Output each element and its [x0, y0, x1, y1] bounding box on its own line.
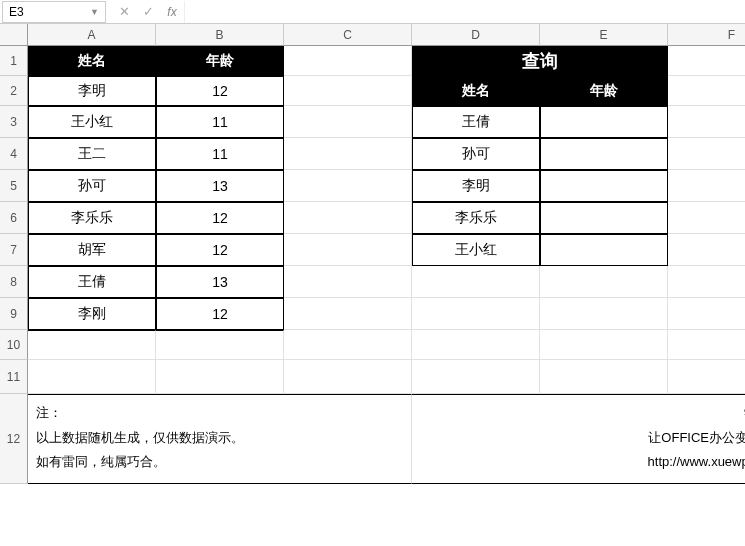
query-row-0-age[interactable]: [540, 106, 668, 138]
left-row-5-name[interactable]: 胡军: [28, 234, 156, 266]
cell-F7[interactable]: [668, 234, 745, 266]
row-header-10[interactable]: 10: [0, 330, 28, 360]
row-header-1[interactable]: 1: [0, 46, 28, 76]
col-header-A[interactable]: A: [28, 24, 156, 46]
cell-B11[interactable]: [156, 360, 284, 394]
cell-A10[interactable]: [28, 330, 156, 360]
cell-E8[interactable]: [540, 266, 668, 298]
spreadsheet-grid: A B C D E F 1 姓名 年龄 查询 2 李明 12 姓名 年龄 3 王…: [0, 24, 745, 484]
cell-F8[interactable]: [668, 266, 745, 298]
cell-C10[interactable]: [284, 330, 412, 360]
left-header-age[interactable]: 年龄: [156, 46, 284, 76]
cancel-icon[interactable]: ✕: [112, 1, 136, 23]
cell-D9[interactable]: [412, 298, 540, 330]
left-row-6-name[interactable]: 王倩: [28, 266, 156, 298]
left-row-2-age[interactable]: 11: [156, 138, 284, 170]
left-row-1-age[interactable]: 11: [156, 106, 284, 138]
cell-C2[interactable]: [284, 76, 412, 106]
col-header-C[interactable]: C: [284, 24, 412, 46]
note-right[interactable]: 学WPS 让OFFICE办公变得简单 http://www.xuewps.com…: [412, 394, 745, 484]
cell-C6[interactable]: [284, 202, 412, 234]
cell-C5[interactable]: [284, 170, 412, 202]
left-row-3-age[interactable]: 13: [156, 170, 284, 202]
query-row-2-name[interactable]: 李明: [412, 170, 540, 202]
cell-D8[interactable]: [412, 266, 540, 298]
left-row-6-age[interactable]: 13: [156, 266, 284, 298]
row-header-2[interactable]: 2: [0, 76, 28, 106]
select-all-corner[interactable]: [0, 24, 28, 46]
cell-F5[interactable]: [668, 170, 745, 202]
left-row-4-age[interactable]: 12: [156, 202, 284, 234]
query-header-age[interactable]: 年龄: [540, 76, 668, 106]
cell-F10[interactable]: [668, 330, 745, 360]
col-header-B[interactable]: B: [156, 24, 284, 46]
cell-C3[interactable]: [284, 106, 412, 138]
cell-F2[interactable]: [668, 76, 745, 106]
cell-E9[interactable]: [540, 298, 668, 330]
formula-bar: E3 ▼ ✕ ✓ fx: [0, 0, 745, 24]
row-header-4[interactable]: 4: [0, 138, 28, 170]
confirm-icon[interactable]: ✓: [136, 1, 160, 23]
dropdown-icon[interactable]: ▼: [90, 7, 99, 17]
row-header-7[interactable]: 7: [0, 234, 28, 266]
cell-F9[interactable]: [668, 298, 745, 330]
row-header-5[interactable]: 5: [0, 170, 28, 202]
left-header-name[interactable]: 姓名: [28, 46, 156, 76]
col-header-E[interactable]: E: [540, 24, 668, 46]
row-header-9[interactable]: 9: [0, 298, 28, 330]
cell-B10[interactable]: [156, 330, 284, 360]
cell-F6[interactable]: [668, 202, 745, 234]
col-header-F[interactable]: F: [668, 24, 745, 46]
cell-reference: E3: [9, 5, 24, 19]
cell-C11[interactable]: [284, 360, 412, 394]
cell-F3[interactable]: [668, 106, 745, 138]
query-title[interactable]: 查询: [412, 46, 668, 76]
cell-E11[interactable]: [540, 360, 668, 394]
col-header-D[interactable]: D: [412, 24, 540, 46]
cell-F11[interactable]: [668, 360, 745, 394]
query-row-3-name[interactable]: 李乐乐: [412, 202, 540, 234]
left-row-7-name[interactable]: 李刚: [28, 298, 156, 330]
left-row-0-name[interactable]: 李明: [28, 76, 156, 106]
query-row-0-name[interactable]: 王倩: [412, 106, 540, 138]
left-row-2-name[interactable]: 王二: [28, 138, 156, 170]
query-row-4-age[interactable]: [540, 234, 668, 266]
query-row-4-name[interactable]: 王小红: [412, 234, 540, 266]
cell-E10[interactable]: [540, 330, 668, 360]
cell-C8[interactable]: [284, 266, 412, 298]
query-header-name[interactable]: 姓名: [412, 76, 540, 106]
left-row-1-name[interactable]: 王小红: [28, 106, 156, 138]
cell-C1[interactable]: [284, 46, 412, 76]
row-header-8[interactable]: 8: [0, 266, 28, 298]
left-row-0-age[interactable]: 12: [156, 76, 284, 106]
fx-icon[interactable]: fx: [160, 1, 184, 23]
formula-input[interactable]: [184, 1, 745, 23]
name-box[interactable]: E3 ▼: [2, 1, 106, 23]
cell-C7[interactable]: [284, 234, 412, 266]
row-header-12[interactable]: 12: [0, 394, 28, 484]
cell-A11[interactable]: [28, 360, 156, 394]
left-row-3-name[interactable]: 孙可: [28, 170, 156, 202]
query-row-2-age[interactable]: [540, 170, 668, 202]
left-row-5-age[interactable]: 12: [156, 234, 284, 266]
cell-C4[interactable]: [284, 138, 412, 170]
row-header-3[interactable]: 3: [0, 106, 28, 138]
cell-F1[interactable]: [668, 46, 745, 76]
query-row-1-age[interactable]: [540, 138, 668, 170]
query-row-3-age[interactable]: [540, 202, 668, 234]
row-header-11[interactable]: 11: [0, 360, 28, 394]
query-row-1-name[interactable]: 孙可: [412, 138, 540, 170]
note-left[interactable]: 注： 以上数据随机生成，仅供数据演示。 如有雷同，纯属巧合。: [28, 394, 412, 484]
cell-F4[interactable]: [668, 138, 745, 170]
cell-D11[interactable]: [412, 360, 540, 394]
cell-C9[interactable]: [284, 298, 412, 330]
row-header-6[interactable]: 6: [0, 202, 28, 234]
left-row-7-age[interactable]: 12: [156, 298, 284, 330]
cell-D10[interactable]: [412, 330, 540, 360]
left-row-4-name[interactable]: 李乐乐: [28, 202, 156, 234]
